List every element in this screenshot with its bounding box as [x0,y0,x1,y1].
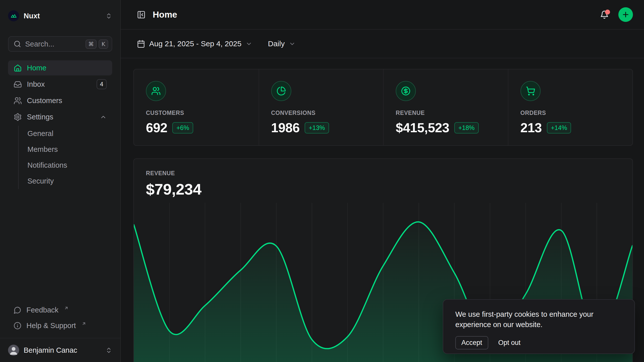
collapse-sidebar-button[interactable] [137,10,146,19]
revenue-chart-value: $79,234 [146,180,620,198]
sidebar-item-inbox[interactable]: Inbox 4 [8,77,112,92]
header-actions [600,7,633,22]
home-icon [14,64,22,72]
period-value: Daily [268,39,285,48]
sidebar-item-label: Home [27,64,46,72]
accept-button[interactable]: Accept [455,336,488,349]
cookie-message: We use first-party cookies to enhance yo… [455,309,616,330]
users-icon [146,81,166,101]
stat-orders[interactable]: ORDERS 213 +14% [508,69,633,145]
sidebar-item-home[interactable]: Home [8,60,112,75]
stat-revenue[interactable]: REVENUE $415,523 +18% [383,69,508,145]
add-button[interactable] [618,7,633,22]
search-icon [14,40,21,48]
chevron-down-icon [246,40,252,47]
sidebar-item-general[interactable]: General [19,126,112,142]
stats-row: CUSTOMERS 692 +6% CONVERSIONS 1986 +13% [133,69,633,146]
user-name: Benjamin Canac [24,346,77,354]
message-bubble-icon [14,306,21,314]
stat-delta-badge: +13% [305,122,329,133]
search-shortcut: ⌘ K [86,39,108,49]
search-input[interactable]: Search... ⌘ K [8,36,112,52]
stat-conversions[interactable]: CONVERSIONS 1986 +13% [259,69,383,145]
sidebar-item-label: Inbox [27,80,45,88]
stat-label: CONVERSIONS [271,110,371,116]
search-placeholder: Search... [25,40,54,48]
calendar-icon [137,40,145,48]
filters-toolbar: Aug 21, 2025 - Sep 4, 2025 Daily [121,30,644,58]
notification-dot [605,10,610,15]
workspace-name: Nuxt [24,12,40,20]
sidebar-item-members[interactable]: Members [19,142,112,157]
avatar [8,345,19,356]
user-menu[interactable]: Benjamin Canac [0,338,120,362]
circle-dollar-icon [396,81,416,101]
stat-customers[interactable]: CUSTOMERS 692 +6% [134,69,259,145]
chevrons-up-down-icon [105,13,112,19]
workspace-switcher[interactable]: Nuxt [8,10,112,22]
sidebar: Nuxt Search... ⌘ K Home Inbox 4 Cu [0,0,121,362]
page-header: Home [121,0,644,30]
page-title: Home [153,10,177,20]
pie-chart-icon [271,81,291,101]
users-icon [14,97,22,105]
kbd-k: K [99,39,108,49]
chevrons-up-down-icon [105,347,112,354]
inbox-count-badge: 4 [97,79,107,89]
shopping-cart-icon [520,81,541,101]
subnav-label: Members [27,145,58,154]
external-link-icon [82,321,86,326]
plus-icon [622,11,630,19]
sidebar-item-label: Customers [27,97,62,105]
chevron-up-icon [100,114,107,120]
kbd-cmd: ⌘ [86,39,97,49]
stat-label: CUSTOMERS [146,110,247,116]
sidebar-item-security[interactable]: Security [19,173,112,189]
external-link-icon [64,306,69,310]
sidebar-item-notifications[interactable]: Notifications [19,157,112,173]
gear-icon [14,113,22,121]
sidebar-item-settings[interactable]: Settings [8,109,112,124]
chevron-down-icon [289,40,296,47]
date-range-picker[interactable]: Aug 21, 2025 - Sep 4, 2025 [137,39,252,48]
stat-delta-badge: +18% [454,122,479,133]
feedback-label: Feedback [26,306,58,314]
stat-label: REVENUE [396,110,496,116]
help-support-label: Help & Support [26,322,76,330]
stat-value: 213 [520,120,542,135]
info-circle-icon [14,322,21,330]
sidebar-item-customers[interactable]: Customers [8,93,112,108]
stat-label: ORDERS [520,110,621,116]
sidebar-footer: Feedback Help & Support [0,302,120,338]
cookie-banner: We use first-party cookies to enhance yo… [443,299,635,354]
revenue-chart-label: REVENUE [146,170,620,177]
panel-left-close-icon [137,10,146,19]
inbox-icon [14,80,22,88]
date-range-value: Aug 21, 2025 - Sep 4, 2025 [149,39,242,48]
stat-value: 1986 [271,120,300,135]
nuxt-logo-icon [8,10,19,21]
notifications-button[interactable] [600,10,609,19]
stat-value: 692 [146,120,167,135]
subnav-label: General [27,129,53,138]
stat-delta-badge: +14% [547,122,571,133]
opt-out-button[interactable]: Opt out [498,339,521,347]
period-select[interactable]: Daily [268,39,296,48]
stat-delta-badge: +6% [172,122,193,133]
sidebar-nav: Home Inbox 4 Customers Settings General … [8,60,112,190]
feedback-link[interactable]: Feedback [8,302,112,318]
subnav-label: Notifications [27,161,67,169]
subnav-label: Security [27,177,54,185]
help-support-link[interactable]: Help & Support [8,318,112,333]
stat-value: $415,523 [396,120,449,135]
sidebar-item-label: Settings [27,113,53,121]
settings-subnav: General Members Notifications Security [18,126,112,189]
